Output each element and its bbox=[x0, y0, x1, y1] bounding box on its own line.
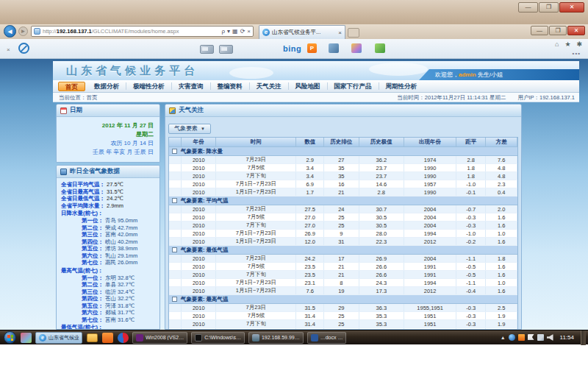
browser-close-button[interactable]: ✕ bbox=[567, 26, 585, 35]
group-checkbox[interactable] bbox=[172, 297, 177, 302]
tab-close-icon[interactable]: × bbox=[336, 29, 342, 36]
taskbar-task[interactable]: Win2008 (VS2… bbox=[132, 332, 187, 344]
taskbar-task[interactable]: …docx … bbox=[307, 332, 347, 344]
table-row[interactable]: 20107月23日27.52430.72004-0.72.0 bbox=[169, 205, 517, 213]
browser-minimize-button[interactable]: — bbox=[531, 26, 548, 35]
column-header: 时间 bbox=[216, 138, 296, 147]
network-globe-icon[interactable] bbox=[509, 334, 515, 341]
pinned-app-icon[interactable] bbox=[21, 333, 32, 343]
table-row[interactable]: 20107月下旬27.02530.52004-0.31.6 bbox=[169, 222, 517, 230]
table-row[interactable]: 20107月1日~7月23日23.1824.31994-1.11.0 bbox=[169, 279, 517, 287]
browser-tab[interactable]: e 山东省气候业务平... × bbox=[259, 25, 345, 39]
url-text[interactable]: http://192.168.137.1/GLCCLIMATE/modules/… bbox=[43, 28, 221, 35]
element-filter-button[interactable]: 气象要素▼ bbox=[168, 124, 211, 134]
pinned-app-icon[interactable] bbox=[118, 333, 129, 343]
rank-item: 第六位：郯城 31.7℃ bbox=[61, 309, 157, 316]
group-header-row[interactable]: 气象要素: 最高气温 bbox=[169, 295, 517, 304]
column-header: 历史极值 bbox=[359, 138, 404, 147]
volume-icon[interactable] bbox=[547, 334, 553, 341]
minimize-button[interactable]: — bbox=[518, 2, 538, 13]
refresh-icon[interactable]: ⟳ bbox=[240, 28, 245, 35]
new-tab-button[interactable] bbox=[348, 28, 359, 38]
address-bar[interactable]: http://192.168.137.1/GLCCLIMATE/modules/… bbox=[31, 26, 254, 37]
table-row[interactable]: 20107月下旬23.52126.61991-0.51.6 bbox=[169, 271, 517, 279]
start-button[interactable] bbox=[4, 331, 16, 344]
taskbar-task[interactable]: 192.168.59.99… bbox=[248, 332, 304, 344]
blocked-icon[interactable] bbox=[18, 43, 29, 54]
group-header-row[interactable]: 气象要素: 降水量 bbox=[169, 147, 517, 156]
toolbar-addon-icon[interactable] bbox=[200, 45, 214, 54]
site-header: 山东省气候业务平台 欢迎您，admin 先生/小姐 bbox=[53, 61, 579, 80]
network-icon[interactable] bbox=[537, 334, 544, 341]
maximize-button[interactable]: ❐ bbox=[539, 2, 559, 13]
home-icon[interactable]: ⌂ bbox=[555, 40, 559, 48]
tray-expand-icon[interactable]: ▲ bbox=[501, 335, 506, 340]
table-row[interactable]: 20107月1日~7月23日6.91614.61957-1.02.3 bbox=[169, 180, 517, 188]
taskbar-task[interactable]: C:\Windows\s… bbox=[191, 332, 245, 344]
table-row[interactable]: 20107月23日24.21726.92004-1.11.8 bbox=[169, 255, 517, 263]
table-row[interactable]: 20107月5候31.42535.31951-0.31.9 bbox=[169, 312, 517, 320]
table-row[interactable]: 20107月下旬3.43523.719901.84.8 bbox=[169, 172, 517, 180]
rank-item: 第三位：莒南 42.0mm bbox=[61, 231, 157, 238]
action-center-flag-icon[interactable] bbox=[528, 334, 534, 341]
show-desktop-button[interactable] bbox=[581, 330, 586, 345]
table-row[interactable]: 20107月5候3.43523.719901.84.8 bbox=[169, 164, 517, 172]
table-row[interactable]: 20101月1日~7月23日7.61917.32012-0.41.6 bbox=[169, 287, 517, 295]
page-icon bbox=[34, 28, 40, 35]
word-window-titlebar: — ❐ ✕ bbox=[0, 0, 588, 24]
table-row[interactable]: 20101月1日~7月23日1.7212.81990-0.10.4 bbox=[169, 188, 517, 197]
autocomplete-arrow-icon[interactable]: ▾ bbox=[227, 28, 230, 35]
nav-item[interactable]: 灾害查询 bbox=[172, 82, 211, 90]
tray-app-icon[interactable] bbox=[518, 334, 525, 341]
toolbar-plugin-icon[interactable] bbox=[351, 43, 362, 53]
group-checkbox[interactable] bbox=[172, 247, 177, 252]
gregorian-date: 2012 年 11 月 27 日 bbox=[57, 121, 154, 130]
group-checkbox[interactable] bbox=[172, 198, 177, 203]
taskbar-task-browser[interactable]: e 山东省气候业… bbox=[35, 332, 82, 344]
group-header-row[interactable]: 气象要素: 平均气温 bbox=[169, 197, 517, 205]
toolbar-plugin-icon[interactable] bbox=[329, 43, 339, 53]
toolbar-addon-icon[interactable] bbox=[219, 45, 233, 54]
screen: — ❐ ✕ ◄ ► http://192.168.137.1/GLCCLIMAT… bbox=[0, 0, 588, 368]
forward-button[interactable]: ► bbox=[18, 26, 28, 36]
table-row[interactable]: 20107月5候27.02530.52004-0.31.6 bbox=[169, 213, 517, 222]
breadcrumb: 当前位置：首页 bbox=[59, 94, 98, 102]
taskbar-clock[interactable]: 11:54 bbox=[556, 334, 578, 341]
nav-item[interactable]: 天气关注 bbox=[250, 82, 289, 90]
bing-search-icon[interactable]: P bbox=[307, 43, 317, 53]
nav-item[interactable]: 极端性分析 bbox=[126, 82, 172, 90]
nav-item[interactable]: 风险地图 bbox=[289, 82, 328, 90]
stop-icon[interactable]: × bbox=[247, 28, 251, 35]
calendar-panel: 日期 2012 年 11 月 27 日 星期二 农历 10 月 14 日 壬辰 … bbox=[56, 104, 160, 163]
compatibility-view-icon[interactable]: ▦ bbox=[232, 28, 238, 35]
calendar-panel-header: 日期 bbox=[57, 105, 159, 117]
back-button[interactable]: ◄ bbox=[4, 25, 16, 38]
favorites-star-icon[interactable]: ★ bbox=[564, 40, 570, 48]
nav-item[interactable]: 周期性分析 bbox=[379, 82, 424, 90]
nav-item[interactable]: 整编资料 bbox=[211, 82, 250, 90]
group-checkbox[interactable] bbox=[172, 149, 177, 154]
table-row[interactable]: 20101月1日~7月23日12.03122.32012-0.21.6 bbox=[169, 238, 517, 246]
settings-gear-icon[interactable]: ✱ bbox=[576, 40, 582, 48]
table-row[interactable]: 20107月下旬31.42535.31951-0.31.9 bbox=[169, 320, 517, 328]
browser-maximize-button[interactable]: ❐ bbox=[549, 26, 567, 35]
toolbar-overflow-dots[interactable]: ••• bbox=[573, 50, 581, 57]
table-row[interactable]: 20107月5候23.52126.61991-0.51.6 bbox=[169, 263, 517, 271]
nav-item[interactable]: 数据分析 bbox=[87, 82, 126, 90]
nav-item[interactable]: 国家下行产品 bbox=[328, 82, 379, 90]
search-icon[interactable]: ρ bbox=[221, 28, 225, 35]
explorer-folder-icon[interactable] bbox=[87, 333, 98, 342]
nav-item[interactable]: 首页 bbox=[58, 82, 85, 91]
toolbar-plugin-icon[interactable] bbox=[375, 43, 385, 53]
table-row[interactable]: 20107月23日31.52936.31955,1951-0.32.5 bbox=[169, 304, 517, 312]
close-button[interactable]: ✕ bbox=[559, 2, 584, 13]
table-row[interactable]: 20107月23日2.92736.219742.87.6 bbox=[169, 156, 517, 164]
tab-title[interactable]: 山东省气候业务平... bbox=[272, 29, 336, 36]
task-app-icon bbox=[136, 334, 143, 342]
bing-logo[interactable]: bing bbox=[283, 44, 301, 53]
rank-item: 第一位：青岛 95.0mm bbox=[61, 217, 157, 224]
table-row[interactable]: 20107月1日~7月23日26.9928.01994-1.01.0 bbox=[169, 230, 517, 238]
group-header-row[interactable]: 气象要素: 最低气温 bbox=[169, 246, 517, 255]
pinned-app-icon[interactable] bbox=[102, 333, 113, 343]
sidebar-close-icon[interactable]: × bbox=[7, 46, 10, 53]
